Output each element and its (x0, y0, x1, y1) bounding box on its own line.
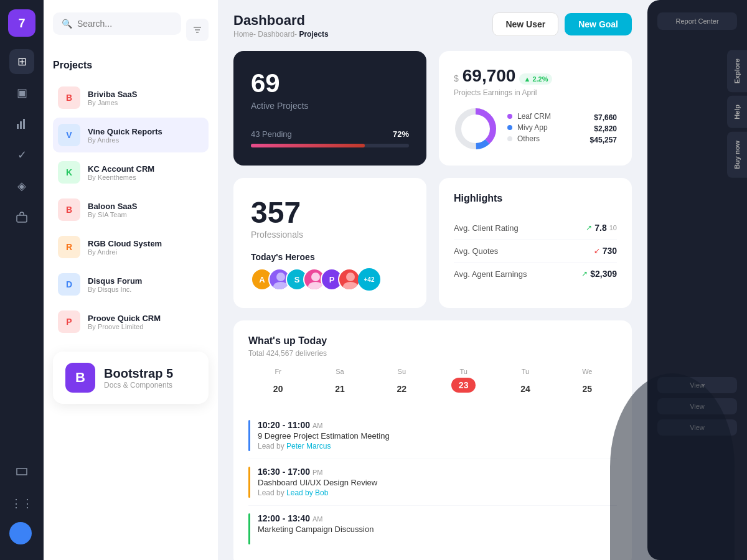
main-content: Dashboard Home- Dashboard- Projects New … (218, 0, 647, 560)
filter-button[interactable] (186, 19, 209, 41)
svg-point-10 (276, 273, 285, 281)
event-accent-3 (248, 513, 250, 544)
event-item-2: 16:30 - 17:00 PM Dashboard UI/UX Design … (248, 459, 617, 506)
event-accent-1 (248, 420, 250, 451)
project-name-proove: Proove Quick CRM (88, 314, 161, 323)
sidebar: 7 ⊞ ▣ ✓ ◈ ⋮⋮ (0, 0, 44, 560)
project-logo-proove: P (58, 310, 80, 333)
highlight-row-rating: Avg. Client Rating ↗ 7.8 10 (454, 217, 617, 240)
project-by-rgb: By Andrei (88, 248, 162, 256)
earnings-value-mivy: $2,820 (590, 124, 617, 133)
project-item-kc[interactable]: K KC Account CRM By Keenthemes (53, 155, 209, 190)
search-input[interactable] (77, 19, 172, 29)
legend-dot-mivy (507, 125, 512, 130)
heroes-title: Today's Heroes (251, 252, 409, 262)
project-by-kc: By Keenthemes (88, 174, 154, 181)
new-user-button[interactable]: New User (492, 12, 558, 36)
event-time-3: 12:00 - 13:40 AM (258, 513, 374, 523)
project-logo-vine: V (58, 124, 80, 146)
highlights-card: Highlights Avg. Client Rating ↗ 7.8 10 A… (439, 178, 632, 308)
bootstrap-logo: B (65, 363, 95, 393)
new-goal-button[interactable]: New Goal (565, 13, 632, 35)
search-icon: 🔍 (62, 19, 72, 29)
legend-name-leaf: Leaf CRM (517, 112, 580, 121)
svg-rect-3 (17, 215, 27, 222)
sidebar-icon-grid[interactable]: ⊞ (9, 49, 34, 74)
right-panel: Explore Help Buy now Report Center View … (647, 0, 747, 560)
sidebar-icon-layers[interactable]: ◈ (9, 174, 34, 198)
sidebar-icon-message[interactable] (9, 460, 34, 485)
project-item-disqus[interactable]: D Disqus Forum By Disqus Inc. (53, 267, 209, 302)
highlight-arrow-rating: ↗ (586, 223, 592, 232)
project-item-proove[interactable]: P Proove Quick CRM By Proove Limited (53, 304, 209, 339)
professionals-label: Professionals (251, 230, 409, 240)
cal-day-22[interactable]: Su 22 (372, 368, 431, 400)
right-tab-help[interactable]: Help (727, 96, 747, 128)
svg-rect-0 (17, 124, 19, 129)
sidebar-icon-briefcase[interactable] (9, 205, 34, 230)
earnings-card: $ 69,700 ▲ 2.2% Projects Earnings in Apr… (439, 51, 632, 166)
highlight-label-earnings: Avg. Agent Earnings (454, 269, 527, 279)
hero-avatar-6 (338, 268, 360, 291)
progress-fill (251, 144, 365, 147)
calendar-row: Fr 20 Sa 21 Su 22 Tu 23 Tu 24 We 25 (248, 368, 617, 400)
project-by-briviba: By James (88, 99, 138, 106)
highlight-label-rating: Avg. Client Rating (454, 223, 519, 233)
svg-point-12 (311, 273, 320, 281)
event-item-3: 12:00 - 13:40 AM Marketing Campaign Disc… (248, 506, 617, 552)
cal-day-25[interactable]: We 25 (558, 368, 617, 400)
event-lead-link-1[interactable]: Peter Marcus (286, 442, 331, 450)
bootstrap-sub: Docs & Components (104, 381, 173, 390)
svg-rect-2 (23, 119, 25, 129)
breadcrumb: Home- Dashboard- Projects (233, 30, 329, 39)
legend-name-mivy: Mivy App (517, 123, 580, 132)
event-item-1: 10:20 - 11:00 AM 9 Degree Project Estima… (248, 413, 617, 459)
earnings-value-others: $45,257 (590, 136, 617, 144)
earnings-donut (454, 107, 497, 151)
project-item-baloon[interactable]: B Baloon SaaS By SIA Team (53, 192, 209, 227)
svg-point-15 (343, 282, 358, 291)
project-item-briviba[interactable]: B Briviba SaaS By James (53, 80, 209, 115)
sidebar-icon-dots[interactable]: ⋮⋮ (9, 491, 34, 516)
cal-day-23-today[interactable]: Tu 23 (434, 368, 493, 400)
user-avatar[interactable]: 7 (8, 9, 35, 37)
heroes-avatars: A S P +42 (251, 268, 409, 291)
professionals-card: 357 Professionals Today's Heroes A S P (233, 178, 426, 308)
project-item-rgb[interactable]: R RGB Cloud System By Andrei (53, 230, 209, 264)
cal-day-20[interactable]: Fr 20 (248, 368, 308, 400)
progress-bar (251, 144, 409, 147)
event-name-2: Dashboard UI/UX Design Review (258, 478, 377, 487)
cal-day-21[interactable]: Sa 21 (310, 368, 369, 400)
projects-title: Projects (53, 60, 209, 71)
professionals-number: 357 (251, 195, 409, 230)
page-title: Dashboard (233, 12, 329, 29)
active-projects-number: 69 (251, 68, 409, 98)
event-lead-link-2[interactable]: Lead by Bob (286, 488, 328, 497)
project-name-kc: KC Account CRM (88, 164, 154, 174)
project-by-baloon: By SIA Team (88, 211, 137, 218)
project-item-vine[interactable]: V Vine Quick Reports By Andres (53, 118, 209, 152)
bootstrap-card: B Bootstrap 5 Docs & Components (53, 352, 209, 404)
search-bar[interactable]: 🔍 (53, 12, 181, 35)
pending-label: 43 Pending (251, 129, 292, 139)
right-tab-explore[interactable]: Explore (727, 50, 747, 92)
report-center-button[interactable]: Report Center (657, 12, 737, 30)
sidebar-icon-layout[interactable]: ▣ (9, 80, 34, 105)
pending-pct: 72% (393, 129, 409, 139)
sidebar-icon-chart[interactable] (9, 111, 34, 136)
event-lead-2: Lead by Lead by Bob (258, 488, 377, 497)
project-logo-baloon: B (58, 198, 80, 221)
project-logo-briviba: B (58, 86, 80, 109)
earnings-value-leaf: $7,660 (590, 113, 617, 122)
legend-dot-leaf (507, 114, 512, 119)
svg-rect-1 (20, 121, 22, 129)
project-by-vine: By Andres (88, 136, 162, 144)
legend-dot-others (507, 136, 512, 141)
earnings-badge: ▲ 2.2% (519, 73, 552, 85)
project-by-proove: By Proove Limited (88, 323, 161, 330)
highlight-row-quotes: Avg. Quotes ↙ 730 (454, 240, 617, 263)
sidebar-icon-check[interactable]: ✓ (9, 142, 34, 167)
right-tab-buynow[interactable]: Buy now (727, 132, 747, 178)
cal-day-24[interactable]: Tu 24 (496, 368, 555, 400)
bottom-avatar[interactable] (9, 522, 32, 544)
